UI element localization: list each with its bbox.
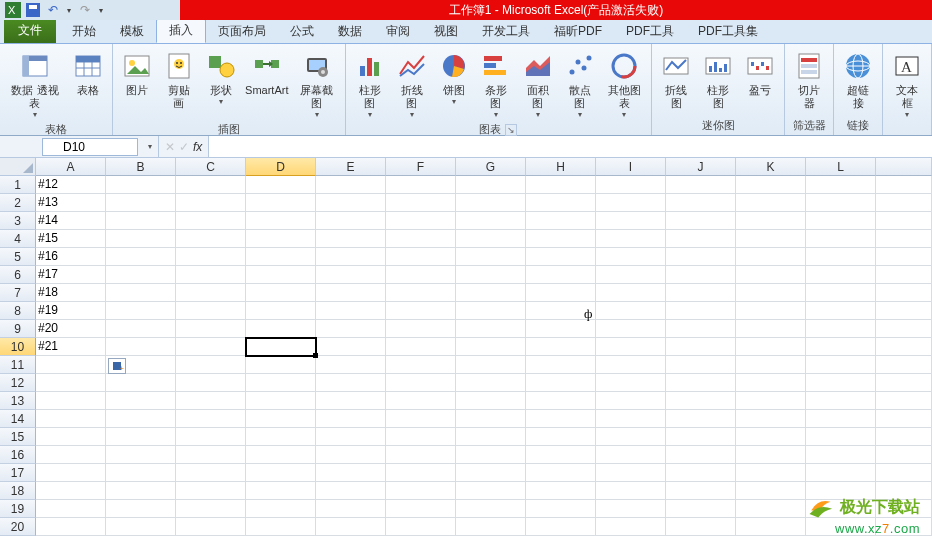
cell[interactable] bbox=[736, 428, 806, 446]
cell[interactable] bbox=[176, 230, 246, 248]
cell[interactable] bbox=[596, 446, 666, 464]
cell[interactable] bbox=[246, 410, 316, 428]
cell[interactable] bbox=[666, 230, 736, 248]
cell[interactable] bbox=[106, 482, 176, 500]
row-header[interactable]: 14 bbox=[0, 410, 36, 428]
row-header[interactable]: 19 bbox=[0, 500, 36, 518]
row-header[interactable]: 2 bbox=[0, 194, 36, 212]
row-header[interactable]: 15 bbox=[0, 428, 36, 446]
cell[interactable] bbox=[456, 500, 526, 518]
column-header[interactable]: K bbox=[736, 158, 806, 176]
tab-file[interactable]: 文件 bbox=[4, 18, 56, 43]
row-header[interactable]: 13 bbox=[0, 392, 36, 410]
cell[interactable] bbox=[806, 194, 876, 212]
cell[interactable] bbox=[596, 482, 666, 500]
row-header[interactable]: 18 bbox=[0, 482, 36, 500]
dialog-launcher-icon[interactable]: ↘ bbox=[505, 124, 517, 136]
cell[interactable] bbox=[246, 356, 316, 374]
cell[interactable] bbox=[526, 446, 596, 464]
cell[interactable] bbox=[736, 248, 806, 266]
cell[interactable] bbox=[526, 320, 596, 338]
cell[interactable] bbox=[596, 176, 666, 194]
cell[interactable] bbox=[596, 230, 666, 248]
cell[interactable] bbox=[666, 320, 736, 338]
cell[interactable] bbox=[526, 266, 596, 284]
cell[interactable] bbox=[876, 338, 932, 356]
cell[interactable]: #13 bbox=[36, 194, 106, 212]
cell[interactable] bbox=[316, 518, 386, 536]
cell[interactable] bbox=[736, 212, 806, 230]
cell[interactable] bbox=[876, 356, 932, 374]
cell[interactable] bbox=[176, 266, 246, 284]
row-header[interactable]: 8 bbox=[0, 302, 36, 320]
column-header[interactable] bbox=[876, 158, 932, 176]
table-button[interactable]: 表格 bbox=[68, 48, 108, 99]
cell[interactable] bbox=[876, 212, 932, 230]
cell[interactable] bbox=[876, 464, 932, 482]
cell[interactable] bbox=[526, 428, 596, 446]
cell[interactable] bbox=[876, 374, 932, 392]
column-header[interactable]: J bbox=[666, 158, 736, 176]
cell[interactable] bbox=[456, 212, 526, 230]
cell[interactable] bbox=[316, 230, 386, 248]
cell[interactable] bbox=[246, 320, 316, 338]
pivot-button[interactable]: 数据 透视表▾ bbox=[4, 48, 66, 121]
column-header[interactable]: C bbox=[176, 158, 246, 176]
cell[interactable] bbox=[456, 266, 526, 284]
cell[interactable] bbox=[876, 392, 932, 410]
cell[interactable] bbox=[386, 176, 456, 194]
other-chart-button[interactable]: 其他图表▾ bbox=[602, 48, 647, 121]
cell[interactable] bbox=[246, 446, 316, 464]
cell[interactable] bbox=[106, 428, 176, 446]
cell[interactable] bbox=[316, 464, 386, 482]
cell[interactable] bbox=[526, 482, 596, 500]
cell[interactable] bbox=[106, 518, 176, 536]
cell[interactable] bbox=[526, 284, 596, 302]
cell[interactable] bbox=[456, 284, 526, 302]
cell[interactable] bbox=[246, 518, 316, 536]
cell[interactable] bbox=[666, 518, 736, 536]
cell[interactable] bbox=[176, 194, 246, 212]
cell[interactable] bbox=[106, 320, 176, 338]
cell[interactable] bbox=[246, 194, 316, 212]
cell[interactable] bbox=[806, 266, 876, 284]
cell[interactable] bbox=[736, 464, 806, 482]
cell[interactable] bbox=[106, 302, 176, 320]
smartart-button[interactable]: SmartArt bbox=[243, 48, 291, 99]
cell[interactable]: #14 bbox=[36, 212, 106, 230]
cell[interactable] bbox=[106, 266, 176, 284]
cell[interactable] bbox=[526, 176, 596, 194]
cell[interactable] bbox=[736, 176, 806, 194]
cell[interactable] bbox=[316, 446, 386, 464]
cell[interactable] bbox=[596, 464, 666, 482]
cell[interactable] bbox=[526, 392, 596, 410]
cell[interactable] bbox=[246, 284, 316, 302]
cell[interactable] bbox=[876, 176, 932, 194]
cell[interactable] bbox=[176, 392, 246, 410]
cell[interactable] bbox=[596, 248, 666, 266]
cell[interactable] bbox=[106, 284, 176, 302]
tab-review[interactable]: 审阅 bbox=[374, 20, 422, 43]
fx-icon[interactable]: fx bbox=[193, 140, 202, 154]
tab-template[interactable]: 模板 bbox=[108, 20, 156, 43]
cell[interactable] bbox=[316, 374, 386, 392]
row-header[interactable]: 16 bbox=[0, 446, 36, 464]
row-header[interactable]: 3 bbox=[0, 212, 36, 230]
cell[interactable] bbox=[106, 500, 176, 518]
cell[interactable] bbox=[806, 428, 876, 446]
tab-pdf-toolset[interactable]: PDF工具集 bbox=[686, 20, 770, 43]
cell[interactable] bbox=[526, 374, 596, 392]
tab-foxit-pdf[interactable]: 福昕PDF bbox=[542, 20, 614, 43]
cell[interactable] bbox=[736, 284, 806, 302]
sparkline-winloss-button[interactable]: 盈亏 bbox=[740, 48, 780, 99]
cell[interactable] bbox=[876, 428, 932, 446]
cell[interactable] bbox=[386, 446, 456, 464]
cell[interactable] bbox=[876, 410, 932, 428]
column-header[interactable]: G bbox=[456, 158, 526, 176]
cell[interactable] bbox=[736, 392, 806, 410]
cell[interactable] bbox=[596, 518, 666, 536]
cell[interactable] bbox=[666, 176, 736, 194]
cell[interactable] bbox=[386, 302, 456, 320]
cell[interactable] bbox=[806, 464, 876, 482]
cell[interactable] bbox=[736, 338, 806, 356]
